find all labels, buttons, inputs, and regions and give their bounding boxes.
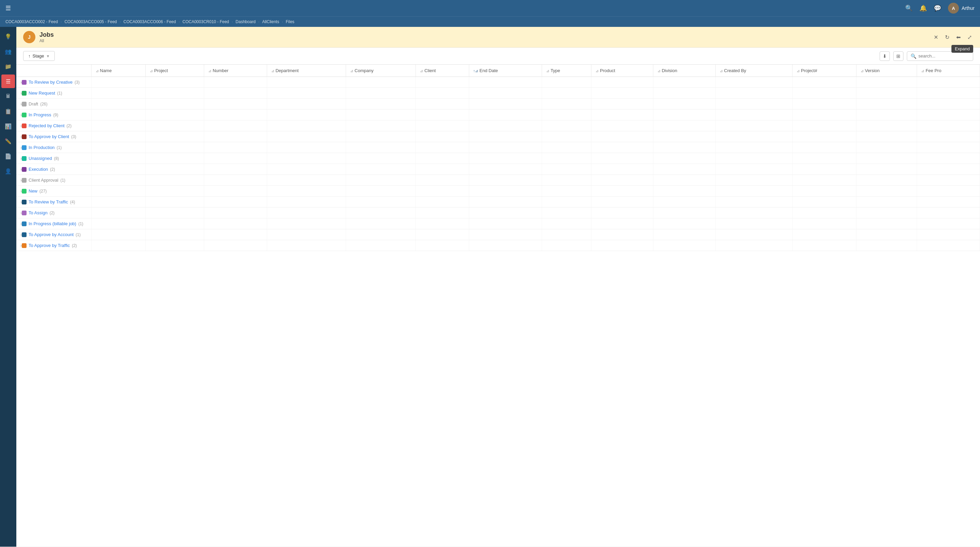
stage-name-cell: › To Approve by Client (3) <box>16 131 91 142</box>
stage-name-label[interactable]: Client Approval <box>29 178 58 183</box>
menu-icon[interactable]: ☰ <box>5 5 11 12</box>
empty-cell <box>204 142 267 153</box>
col-fee-pro[interactable]: ⊿Fee Pro <box>917 65 980 77</box>
sidebar-item-ideas[interactable]: 💡 <box>2 30 15 43</box>
col-created-by[interactable]: ⊿Created By <box>715 65 792 77</box>
search-icon[interactable]: 🔍 <box>905 5 913 12</box>
col-project-num[interactable]: ⊿Project# <box>792 65 856 77</box>
breadcrumb-item-3[interactable]: COCA0003CR010 - Feed <box>182 19 229 24</box>
sidebar-item-list[interactable]: ☰ <box>2 75 15 88</box>
bell-icon[interactable]: 🔔 <box>920 5 927 12</box>
message-icon[interactable]: 💬 <box>934 5 941 12</box>
col-name[interactable]: ⊿Name <box>91 65 145 77</box>
col-client[interactable]: ⊿Client <box>416 65 469 77</box>
empty-cell <box>91 153 145 164</box>
col-expand <box>16 65 91 77</box>
stage-name-label[interactable]: In Production <box>29 145 55 150</box>
empty-cell <box>592 208 653 218</box>
stage-name-label[interactable]: To Assign <box>29 210 48 215</box>
back-button[interactable]: ⬅ <box>955 33 962 42</box>
stage-count: (2) <box>72 243 77 248</box>
breadcrumb-item-0[interactable]: COCA0003ACCO002 - Feed <box>5 19 58 24</box>
col-division[interactable]: ⊿Division <box>653 65 715 77</box>
stage-name-label[interactable]: In Progress <box>29 112 51 118</box>
sidebar-item-user[interactable]: 👤 <box>2 164 15 178</box>
enddate-sort-icon: ↑⊿ <box>473 69 479 73</box>
export-button[interactable]: ⬇ <box>880 51 890 61</box>
stage-name-label[interactable]: To Approve by Traffic <box>29 243 70 248</box>
stage-color-dot <box>22 167 27 172</box>
col-project[interactable]: ⊿Project <box>145 65 204 77</box>
stage-name-label[interactable]: Execution <box>29 167 48 172</box>
breadcrumb-item-2[interactable]: COCA0003ACCO006 - Feed <box>124 19 176 24</box>
table-row: › Execution (2) <box>16 164 980 175</box>
empty-cell <box>856 77 917 88</box>
stage-count: (8) <box>54 156 59 161</box>
stage-name-label[interactable]: Rejected by Client <box>29 123 65 128</box>
close-button[interactable]: ✕ <box>932 33 940 42</box>
empty-cell <box>145 229 204 240</box>
empty-cell <box>792 142 856 153</box>
stage-name-label[interactable]: New <box>29 188 37 194</box>
sidebar-item-document[interactable]: 📄 <box>2 149 15 163</box>
empty-cell <box>792 121 856 131</box>
sidebar-item-folder[interactable]: 📁 <box>2 59 15 73</box>
col-department[interactable]: ⊿Department <box>267 65 346 77</box>
breadcrumb-item-4[interactable]: Dashboard <box>235 19 256 24</box>
sidebar-item-clipboard[interactable]: 📋 <box>2 105 15 118</box>
empty-cell <box>416 121 469 131</box>
refresh-button[interactable]: ↻ <box>943 33 951 42</box>
stage-name-label[interactable]: New Request <box>29 91 55 95</box>
stage-name-label[interactable]: To Approve by Client <box>29 134 69 139</box>
empty-cell <box>145 197 204 208</box>
empty-cell <box>91 121 145 131</box>
stage-color-dot <box>22 243 27 248</box>
stage-name-label[interactable]: To Review by Traffic <box>29 199 68 204</box>
empty-cell <box>204 197 267 208</box>
sidebar-item-calculator[interactable]: 🖩 <box>2 89 15 103</box>
sidebar-item-edit[interactable]: ✏️ <box>2 134 15 148</box>
empty-cell <box>145 88 204 99</box>
user-avatar-area[interactable]: A Arthur <box>948 3 975 14</box>
sidebar-item-chart[interactable]: 📊 <box>2 119 15 133</box>
empty-cell <box>416 142 469 153</box>
navbar-right: 🔍 🔔 💬 A Arthur <box>905 3 975 14</box>
expand-tooltip: Expand <box>951 45 973 53</box>
stage-count: (1) <box>57 91 62 95</box>
empty-cell <box>542 142 591 153</box>
stage-name-cell: › Unassigned (8) <box>16 153 91 164</box>
col-type[interactable]: ⊿Type <box>542 65 591 77</box>
stage-color-dot <box>22 189 27 194</box>
stage-name-label[interactable]: Unassigned <box>29 156 52 161</box>
sidebar-item-people[interactable]: 👥 <box>2 45 15 58</box>
empty-cell <box>542 153 591 164</box>
empty-cell <box>416 164 469 175</box>
empty-cell <box>715 175 792 186</box>
empty-cell <box>469 164 542 175</box>
col-number[interactable]: ⊿Number <box>204 65 267 77</box>
empty-cell <box>346 164 416 175</box>
breadcrumb-item-1[interactable]: COCA0003ACCO005 - Feed <box>64 19 117 24</box>
expand-button[interactable]: ⤢ <box>966 33 973 42</box>
col-version[interactable]: ⊿Version <box>856 65 917 77</box>
search-input[interactable] <box>918 53 969 59</box>
empty-cell <box>542 197 591 208</box>
col-end-date[interactable]: ↑⊿End Date <box>469 65 542 77</box>
stage-name-label[interactable]: In Progress (billable job) <box>29 221 76 226</box>
stage-name-label[interactable]: To Approve by Account <box>29 232 73 237</box>
stage-name-label[interactable]: Draft <box>29 101 38 107</box>
empty-cell <box>792 208 856 218</box>
stage-filter-button[interactable]: ↑ Stage ▼ <box>23 51 55 61</box>
grid-view-button[interactable]: ⊞ <box>893 51 904 61</box>
stage-name-label[interactable]: To Review by Creative <box>29 80 73 85</box>
col-product[interactable]: ⊿Product <box>592 65 653 77</box>
empty-cell <box>267 229 346 240</box>
empty-cell <box>267 121 346 131</box>
breadcrumb-item-5[interactable]: AllClients <box>262 19 279 24</box>
breadcrumb-item-6[interactable]: Files <box>286 19 294 24</box>
stage-color-dot <box>22 91 27 95</box>
table-header-row: ⊿Name ⊿Project ⊿Number ⊿Department ⊿Comp <box>16 65 980 77</box>
jobs-header-right: ✕ ↻ ⬅ ⤢ Expand <box>932 33 973 42</box>
col-company[interactable]: ⊿Company <box>346 65 416 77</box>
empty-cell <box>469 197 542 208</box>
